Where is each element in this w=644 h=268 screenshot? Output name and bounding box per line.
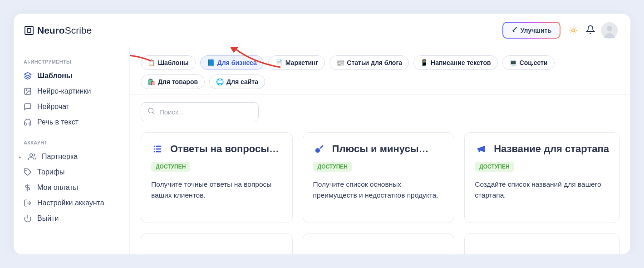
layers-icon — [24, 72, 32, 80]
card-description: Создайте список названий для вашего стар… — [475, 179, 609, 201]
brand-bold: Neuro — [37, 25, 65, 35]
chat-icon — [24, 103, 32, 111]
sidebar-item-label: Нейро-картинки — [37, 87, 91, 95]
search-input[interactable] — [159, 108, 252, 116]
sidebar-item-speech-to-text[interactable]: Речь в текст — [14, 114, 129, 130]
sidebar-item-pricing[interactable]: Тарифы — [14, 164, 129, 180]
sidebar-item-label: Нейрочат — [37, 103, 69, 111]
phone-icon: 📱 — [420, 59, 428, 66]
sidebar-item-label: Мои оплаты — [37, 184, 78, 192]
template-card[interactable]: Ответы на вопросы… ДОСТУПЕН Получите точ… — [141, 132, 293, 223]
chip-label: Для сайта — [226, 78, 258, 85]
theme-toggle[interactable] — [567, 24, 580, 37]
image-icon — [24, 87, 32, 95]
template-card[interactable] — [464, 233, 619, 254]
power-icon — [24, 214, 32, 223]
body: AI-ИНСТРУМЕНТЫ Шаблоны Нейро-картинки Не… — [14, 47, 630, 254]
headphones-icon — [24, 118, 32, 126]
chevron-right-icon: ▸ — [19, 154, 24, 159]
svg-rect-15 — [154, 149, 155, 150]
search-icon — [147, 107, 155, 116]
sidebar-item-neurochat[interactable]: Нейрочат — [14, 99, 129, 114]
svg-marker-3 — [25, 73, 31, 76]
status-badge: ДОСТУПЕН — [313, 162, 352, 172]
chip-label: Для товаров — [158, 78, 198, 85]
cards-grid: Ответы на вопросы… ДОСТУПЕН Получите точ… — [130, 132, 630, 254]
filter-chip-social[interactable]: 💻 Соц.сети — [502, 55, 555, 70]
filter-chip-website[interactable]: 🌐 Для сайта — [209, 74, 265, 89]
sidebar: AI-ИНСТРУМЕНТЫ Шаблоны Нейро-картинки Не… — [14, 47, 130, 254]
chip-label: Написание текстов — [431, 59, 491, 66]
filter-chip-products[interactable]: 🛍️ Для товаров — [141, 74, 205, 89]
sidebar-item-label: Партнерка — [42, 153, 78, 161]
chip-label: Статьи для блога — [347, 59, 402, 66]
sidebar-item-label: Тарифы — [37, 168, 64, 176]
main: 📋 Шаблоны 📘 Для бизнеса 📄 Маркетинг 📰 Ст… — [130, 47, 630, 254]
chip-label: Соц.сети — [520, 59, 548, 66]
sidebar-item-label: Шаблоны — [37, 72, 73, 80]
sidebar-item-label: Выйти — [37, 214, 59, 223]
template-card[interactable]: Плюсы и минусы… ДОСТУПЕН Получите список… — [303, 132, 455, 223]
users-icon — [28, 153, 36, 161]
tag-icon — [24, 168, 32, 176]
logout-icon — [24, 199, 32, 207]
card-title: Ответы на вопросы… — [170, 143, 279, 155]
notifications-button[interactable] — [586, 25, 595, 36]
sidebar-item-settings[interactable]: Настройки аккаунта — [14, 195, 129, 211]
list-icon — [151, 143, 164, 155]
sidebar-item-logout[interactable]: Выйти — [14, 211, 129, 226]
svg-line-12 — [152, 112, 154, 114]
status-badge: ДОСТУПЕН — [151, 162, 190, 172]
upgrade-label: Улучшить — [521, 27, 551, 34]
chip-label: Шаблоны — [158, 59, 189, 66]
svg-point-11 — [148, 108, 153, 113]
key-icon — [313, 143, 326, 155]
filter-chip-writing[interactable]: 📱 Написание текстов — [413, 55, 498, 70]
svg-point-6 — [30, 154, 33, 156]
logo-icon — [25, 26, 34, 35]
globe-icon: 🌐 — [216, 78, 224, 85]
filter-chip-marketing[interactable]: 📄 Маркетинг — [268, 55, 325, 70]
rocket-icon — [511, 26, 518, 34]
sidebar-item-label: Речь в текст — [37, 118, 79, 126]
search-wrap — [130, 95, 630, 132]
svg-rect-14 — [156, 146, 161, 147]
header: NeuroScribe Улучшить — [14, 14, 630, 47]
card-title: Название для стартапа — [494, 143, 609, 155]
app-window: NeuroScribe Улучшить AI-ИНСТРУМЕНТЫ — [14, 14, 630, 254]
template-card[interactable] — [303, 233, 455, 254]
sidebar-item-label: Настройки аккаунта — [37, 199, 104, 207]
dollar-icon — [24, 184, 32, 192]
filter-chip-business[interactable]: 📘 Для бизнеса — [200, 55, 264, 70]
header-actions: Улучшить — [502, 22, 618, 39]
card-title: Плюсы и минусы… — [332, 143, 429, 155]
chip-label: Для бизнеса — [217, 59, 257, 66]
sidebar-item-payments[interactable]: Мои оплаты — [14, 180, 129, 195]
sidebar-item-partner[interactable]: ▸ Партнерка — [14, 149, 129, 164]
document-icon: 📄 — [275, 59, 283, 66]
upgrade-button[interactable]: Улучшить — [502, 22, 560, 39]
sidebar-item-templates[interactable]: Шаблоны — [14, 68, 129, 84]
avatar[interactable] — [601, 22, 618, 39]
logo[interactable]: NeuroScribe — [25, 25, 92, 36]
book-icon: 📘 — [207, 59, 215, 66]
template-card[interactable] — [141, 233, 293, 254]
sidebar-section-tools: AI-ИНСТРУМЕНТЫ — [14, 55, 129, 68]
filter-chip-templates[interactable]: 📋 Шаблоны — [141, 55, 196, 70]
svg-point-2 — [607, 26, 612, 31]
svg-point-0 — [572, 29, 575, 32]
card-description: Получите список основных преимуществ и н… — [313, 179, 444, 201]
megaphone-icon — [475, 143, 487, 155]
sidebar-section-account: АККАУНТ — [14, 136, 129, 149]
status-badge: ДОСТУПЕН — [475, 162, 514, 172]
svg-rect-16 — [156, 149, 161, 150]
laptop-icon: 💻 — [509, 59, 517, 66]
filter-chip-blog[interactable]: 📰 Статьи для блога — [329, 55, 409, 70]
search-box[interactable] — [141, 102, 259, 121]
svg-point-5 — [26, 89, 27, 90]
template-card[interactable]: Название для стартапа ДОСТУПЕН Создайте … — [464, 132, 619, 223]
brand-light: Scribe — [65, 25, 92, 35]
filter-row: 📋 Шаблоны 📘 Для бизнеса 📄 Маркетинг 📰 Ст… — [130, 47, 630, 95]
news-icon: 📰 — [336, 59, 344, 66]
sidebar-item-neuro-images[interactable]: Нейро-картинки — [14, 84, 129, 99]
